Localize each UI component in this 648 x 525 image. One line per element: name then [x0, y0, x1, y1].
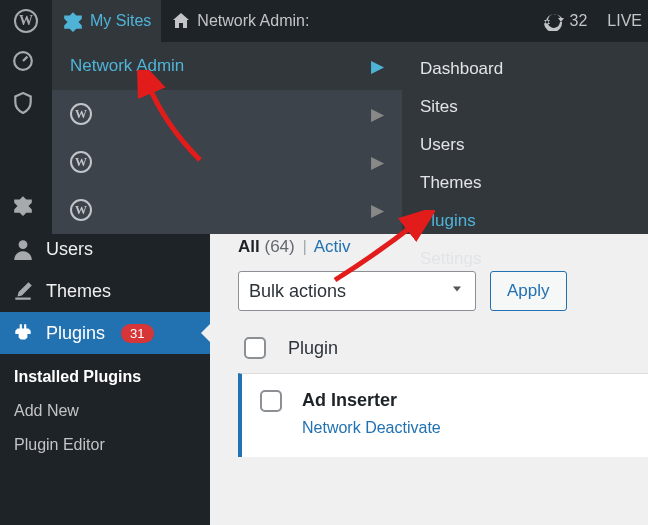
users-label: Users: [46, 239, 93, 260]
plugin-row: Ad Inserter Network Deactivate: [238, 373, 648, 457]
caret-right-icon: ▶: [371, 152, 384, 173]
my-sites-label: My Sites: [90, 12, 151, 30]
apply-label: Apply: [507, 281, 550, 301]
caret-right-icon: ▶: [371, 56, 384, 77]
submenu-settings[interactable]: Settings: [402, 240, 648, 278]
submenu-dashboard[interactable]: Dashboard: [402, 50, 648, 88]
plugin-table-header: Plugin: [238, 327, 648, 373]
filter-active[interactable]: Activ: [314, 237, 351, 256]
submenu-add-new[interactable]: Add New: [0, 394, 210, 428]
multisite-icon: [62, 10, 84, 32]
bulk-select-label: Bulk actions: [249, 281, 346, 302]
flyout-site-1[interactable]: W ▶: [52, 90, 402, 138]
plugin-action-network-deactivate[interactable]: Network Deactivate: [302, 419, 441, 437]
multisite-icon: [12, 194, 34, 221]
home-icon: [171, 11, 191, 31]
flyout-network-admin-label: Network Admin: [70, 56, 184, 76]
wordpress-icon: W: [70, 151, 92, 173]
filter-separator: |: [302, 237, 306, 256]
caret-right-icon: ▶: [371, 104, 384, 125]
sidebar-item-plugins[interactable]: Plugins 31: [0, 312, 210, 354]
wordpress-icon: W: [14, 9, 38, 33]
plugins-label: Plugins: [46, 323, 105, 344]
submenu-users[interactable]: Users: [402, 126, 648, 164]
chevron-down-icon: [449, 281, 465, 302]
filter-all[interactable]: All (64): [238, 237, 299, 256]
flyout-network-admin[interactable]: Network Admin ▶: [52, 42, 402, 90]
wordpress-icon: W: [70, 199, 92, 221]
update-icon: [544, 11, 564, 31]
brush-icon: [12, 280, 34, 302]
wordpress-icon: W: [70, 103, 92, 125]
plugins-submenu: Installed Plugins Add New Plugin Editor: [0, 354, 210, 472]
live-label: LIVE: [607, 12, 642, 30]
network-admin-label: Network Admin:: [197, 12, 309, 30]
wp-logo[interactable]: W: [0, 0, 52, 42]
themes-label: Themes: [46, 281, 111, 302]
submenu-themes[interactable]: Themes: [402, 164, 648, 202]
updates-count: 32: [570, 12, 588, 30]
network-admin-context[interactable]: Network Admin:: [161, 0, 319, 42]
filter-all-label: All: [238, 237, 260, 256]
plugin-icon: [12, 322, 34, 344]
flyout-site-2[interactable]: W ▶: [52, 138, 402, 186]
plugin-name: Ad Inserter: [302, 390, 441, 411]
my-sites-menu[interactable]: My Sites: [52, 0, 161, 42]
admin-bar: W My Sites Network Admin: 32 LIVE: [0, 0, 648, 42]
my-sites-flyout: Network Admin ▶ W ▶ W ▶ W ▶ Dashboard Si…: [52, 42, 648, 234]
plugin-checkbox[interactable]: [260, 390, 282, 412]
col-plugin[interactable]: Plugin: [288, 338, 338, 359]
dashboard-icon: [12, 50, 34, 77]
flyout-site-3[interactable]: W ▶: [52, 186, 402, 234]
caret-right-icon: ▶: [371, 200, 384, 221]
network-admin-submenu: Dashboard Sites Users Themes Plugins Set…: [402, 42, 648, 234]
submenu-installed-plugins[interactable]: Installed Plugins: [0, 360, 210, 394]
filter-all-count: (64): [264, 237, 294, 256]
sidebar-item-users[interactable]: Users: [0, 228, 210, 270]
sidebar-item-themes[interactable]: Themes: [0, 270, 210, 312]
svg-point-1: [19, 240, 28, 249]
submenu-plugins[interactable]: Plugins: [402, 202, 648, 240]
submenu-sites[interactable]: Sites: [402, 88, 648, 126]
live-indicator[interactable]: LIVE: [597, 0, 648, 42]
shield-icon: [12, 92, 34, 119]
submenu-plugin-editor[interactable]: Plugin Editor: [0, 428, 210, 462]
select-all-checkbox[interactable]: [244, 337, 266, 359]
updates-indicator[interactable]: 32: [534, 0, 598, 42]
plugins-badge: 31: [121, 324, 153, 343]
users-icon: [12, 238, 34, 260]
